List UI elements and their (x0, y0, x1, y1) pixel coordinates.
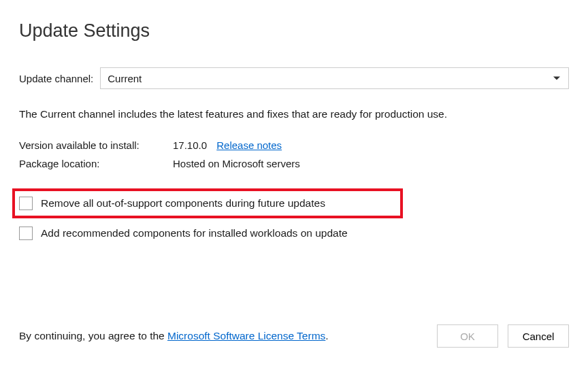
update-channel-label: Update channel: (19, 73, 93, 84)
update-channel-value: Current (108, 73, 142, 84)
update-channel-row: Update channel: Current (19, 67, 569, 89)
package-label: Package location: (19, 158, 173, 169)
license-agreement-text: By continuing, you agree to the Microsof… (19, 330, 437, 342)
page-title: Update Settings (19, 20, 569, 41)
release-notes-link[interactable]: Release notes (216, 139, 282, 151)
add-recommended-label: Add recommended components for installed… (41, 227, 348, 239)
license-terms-link[interactable]: Microsoft Software License Terms (167, 330, 325, 341)
dialog-buttons: OK Cancel (437, 324, 569, 348)
update-channel-select[interactable]: Current (100, 67, 569, 89)
channel-description: The Current channel includes the latest … (19, 108, 569, 120)
info-table: Version available to install: 17.10.0 Re… (19, 139, 569, 169)
package-row: Package location: Hosted on Microsoft se… (19, 158, 569, 169)
agree-prefix: By continuing, you agree to the (19, 330, 167, 341)
version-label: Version available to install: (19, 139, 173, 151)
remove-out-of-support-row: Remove all out-of-support components dur… (12, 188, 403, 218)
remove-out-of-support-label: Remove all out-of-support components dur… (41, 197, 325, 210)
remove-out-of-support-checkbox[interactable] (19, 197, 33, 210)
chevron-down-icon (553, 77, 560, 80)
version-number: 17.10.0 (173, 139, 207, 151)
dialog-footer: By continuing, you agree to the Microsof… (19, 324, 569, 348)
add-recommended-checkbox[interactable] (19, 227, 33, 240)
version-row: Version available to install: 17.10.0 Re… (19, 139, 569, 151)
version-value: 17.10.0 Release notes (173, 139, 282, 151)
add-recommended-row: Add recommended components for installed… (19, 227, 569, 240)
package-value: Hosted on Microsoft servers (173, 158, 300, 169)
ok-button[interactable]: OK (437, 324, 498, 348)
cancel-button[interactable]: Cancel (508, 324, 569, 348)
agree-suffix: . (325, 330, 328, 341)
